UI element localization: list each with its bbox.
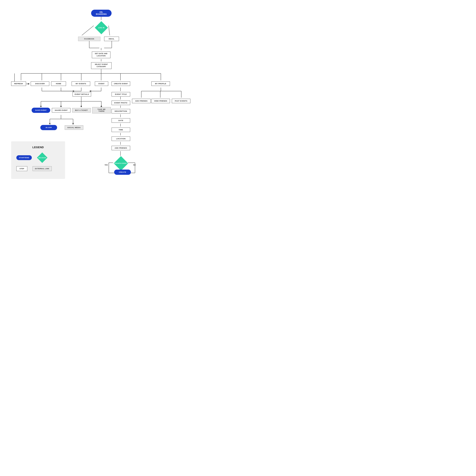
event-title-node: EVENT TITLE (112, 91, 130, 98)
date-label: DATE (112, 118, 130, 123)
discover-label: DISCOVER (31, 82, 49, 86)
share-event-label: SHARE EVENT (52, 108, 70, 113)
view-friends-node: VIEW FRIENDS (151, 98, 170, 104)
my-events-label: MY EVENTS (72, 82, 90, 86)
svg-marker-39 (40, 105, 42, 107)
description-node: DESCRIPTION (112, 108, 130, 115)
my-events-node: MY EVENTS (72, 80, 90, 87)
legend-row-1: START/END DECISION (16, 153, 60, 163)
view-friends-label: VIEW FRIENDS (151, 99, 170, 103)
time-label: TIME (112, 128, 130, 132)
refresh-label: REFRESH (11, 82, 26, 86)
legend-title: LEGEND (16, 146, 60, 149)
select-category-node: SELECT EVENT CATEGORY (91, 61, 112, 70)
flowchart: ON-BOARDING LOG IN FACEBOOK EMAIL SET DA… (0, 0, 201, 195)
social-media-node: SOCIAL MEDIA (65, 124, 83, 131)
past-events-node: PAST EVENTS (172, 98, 190, 104)
svg-marker-40 (60, 105, 62, 107)
legend: LEGEND START/END DECISION STEP EXTERNAL … (11, 141, 65, 179)
set-date-label: SET DATE AND LOCATION (92, 51, 110, 58)
past-events-label: PAST EVENTS (172, 99, 190, 103)
refresh-node: REFRESH (11, 80, 26, 87)
email-label: EMAIL (104, 37, 119, 41)
login-label: LOG IN (95, 21, 108, 34)
email-node: EMAIL (104, 35, 119, 42)
take-me-there-label: TAKE ME THERE (92, 107, 111, 113)
event-details-node: EVENT DETAILS (72, 91, 91, 98)
discover-node: DISCOVER (31, 80, 49, 87)
legend-row-2: STEP EXTERNAL LINK (16, 166, 60, 171)
save-event-node: SAVE EVENT (32, 107, 50, 114)
svg-marker-49 (72, 122, 74, 124)
private-event-node: PRIVATE EVENT? (113, 156, 129, 171)
description-label: DESCRIPTION (112, 109, 130, 113)
svg-marker-42 (101, 105, 102, 107)
facebook-label: FACEBOOK (78, 37, 101, 41)
event-label: EVENT (95, 82, 108, 86)
my-profile-label: MY PROFILE (151, 82, 170, 86)
buy-ticket-label: BUY A TICKET (72, 108, 91, 113)
share-event-node: SHARE EVENT (52, 107, 70, 114)
location-label: LOCATION (112, 136, 130, 141)
onboarding-node: ON-BOARDING (91, 10, 112, 17)
event-photo-label: EVENT PHOTO (112, 101, 130, 105)
add-friends-create-node: ADD FRIENDS (112, 145, 130, 151)
legend-decision-wrap: DECISION (37, 153, 47, 163)
login-node: LOG IN (94, 20, 109, 35)
save-event-label: SAVE EVENT (32, 108, 50, 113)
time-node: TIME (112, 126, 130, 133)
event-photo-node: EVENT PHOTO (112, 100, 130, 106)
svg-marker-41 (81, 105, 82, 107)
date-node: DATE (112, 117, 130, 124)
select-category-label: SELECT EVENT CATEGORY (91, 62, 112, 69)
create-event-label: CREATE EVENT (112, 82, 130, 86)
legend-step: STEP (16, 166, 27, 171)
add-friends-profile-label: ADD FRIENDS (132, 99, 151, 103)
svg-marker-48 (49, 122, 51, 124)
legend-decision-label: DECISION (37, 153, 47, 163)
private-event-label: PRIVATE EVENT? (114, 156, 128, 171)
onboarding-label: ON-BOARDING (91, 10, 112, 17)
event-title-label: EVENT TITLE (112, 92, 130, 97)
in-app-label: IN-APP (40, 125, 57, 130)
legend-external-link: EXTERNAL LINK (33, 166, 52, 171)
no-label: NO (133, 164, 136, 166)
facebook-node: FACEBOOK (78, 35, 101, 42)
in-app-node: IN-APP (40, 124, 57, 131)
event-node: EVENT (95, 80, 108, 87)
create-event-node: CREATE EVENT (112, 80, 130, 87)
home-node: HOME (51, 80, 66, 87)
add-friends-profile-node: ADD FRIENDS (132, 98, 151, 104)
legend-start-end: START/END (16, 155, 32, 160)
home-label: HOME (51, 82, 66, 86)
yes-label: YES (104, 164, 108, 166)
take-me-there-node: TAKE ME THERE (92, 107, 111, 114)
location-node: LOCATION (112, 135, 130, 142)
svg-line-1 (82, 26, 94, 35)
set-date-node: SET DATE AND LOCATION (92, 50, 110, 60)
add-friends-create-label: ADD FRIENDS (112, 146, 130, 150)
event-details-label: EVENT DETAILS (72, 92, 91, 97)
svg-marker-20 (28, 83, 30, 85)
buy-ticket-node: BUY A TICKET (72, 107, 91, 114)
my-profile-node: MY PROFILE (151, 80, 170, 87)
social-media-label: SOCIAL MEDIA (65, 125, 83, 130)
